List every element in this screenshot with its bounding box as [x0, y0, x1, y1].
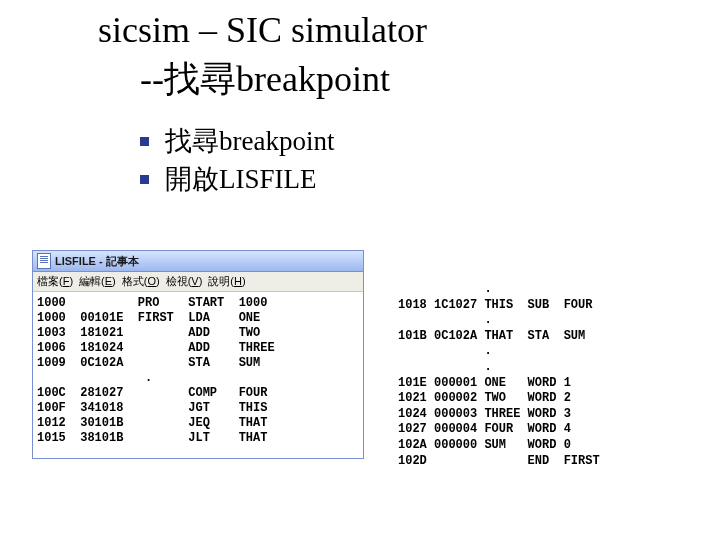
bullet-text: 開啟LISFILE — [165, 161, 317, 199]
menu-format[interactable]: 格式(O) — [122, 274, 160, 289]
bullet-list: 找尋breakpoint 開啟LISFILE — [140, 123, 720, 199]
menu-help[interactable]: 說明(H) — [208, 274, 245, 289]
notepad-titlebar: LISFILE - 記事本 — [33, 251, 363, 272]
notepad-app-icon — [37, 253, 51, 269]
notepad-window: LISFILE - 記事本 檔案(F) 編輯(E) 格式(O) 檢視(V) 說明… — [32, 250, 364, 459]
bullet-item: 開啟LISFILE — [140, 161, 720, 199]
notepad-body: 1000 PRO START 1000 1000 00101E FIRST LD… — [33, 292, 363, 458]
listing-right: . 1018 1C1027 THIS SUB FOUR . 101B 0C102… — [398, 282, 600, 469]
slide: sicsim – SIC simulator --找尋breakpoint 找尋… — [0, 0, 720, 540]
notepad-title: LISFILE - 記事本 — [55, 254, 139, 269]
menu-file[interactable]: 檔案(F) — [37, 274, 73, 289]
menu-edit[interactable]: 編輯(E) — [79, 274, 116, 289]
menu-view[interactable]: 檢視(V) — [166, 274, 203, 289]
bullet-square-icon — [140, 175, 149, 184]
slide-title: sicsim – SIC simulator — [98, 10, 720, 51]
slide-subtitle: --找尋breakpoint — [140, 59, 720, 100]
bullet-square-icon — [140, 137, 149, 146]
bullet-text: 找尋breakpoint — [165, 123, 334, 161]
bullet-item: 找尋breakpoint — [140, 123, 720, 161]
notepad-menubar: 檔案(F) 編輯(E) 格式(O) 檢視(V) 說明(H) — [33, 272, 363, 292]
